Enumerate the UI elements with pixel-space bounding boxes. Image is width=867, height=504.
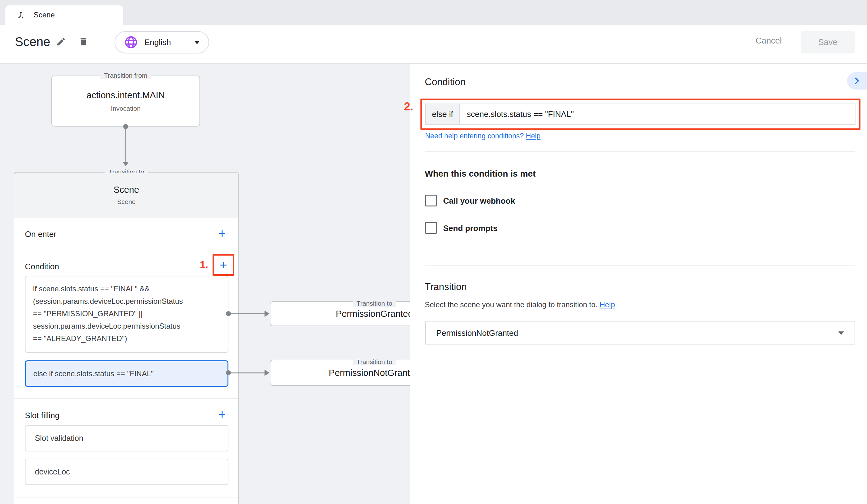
transition-scene-value: PermissionNotGranted [436,328,518,338]
connector-dot [226,311,231,316]
tab-scene[interactable]: Scene [5,5,123,25]
condition-heading: Condition [425,76,465,88]
intent-name: actions.intent.MAIN [86,90,164,100]
condition-item-if[interactable]: if scene.slots.status == "FINAL" && (ses… [25,276,228,353]
scene-card-header[interactable]: Scene Scene [14,173,238,218]
language-dropdown[interactable]: English [115,31,209,54]
transition-description: Select the scene you want the dialog to … [425,300,615,309]
annotation-1: 1. [187,259,208,271]
condition-item-else-if[interactable]: else if scene.slots.status == "FINAL" [25,360,228,387]
pencil-icon [56,37,66,47]
slot-deviceloc-item[interactable]: deviceLoc [25,459,228,485]
condition-help-link[interactable]: Help [526,132,540,140]
collapse-panel-button[interactable] [847,72,867,89]
scene-card-title: Scene [114,185,139,195]
edit-scene-button[interactable] [54,35,68,48]
arrow-right-icon [265,310,269,317]
connector-line [231,372,265,373]
cancel-button[interactable]: Cancel [750,36,787,46]
arrow-right-icon [265,370,269,376]
target-permission-not-granted[interactable]: Transition to PermissionNotGranted [270,360,410,386]
send-prompts-label: Send prompts [443,223,497,233]
section-divider [14,398,238,398]
caret-down-icon [838,331,844,335]
target-legend: Transition to [270,297,410,308]
panel-divider [425,265,855,265]
arrow-down-icon [122,162,129,166]
add-slot-button[interactable]: + [218,408,226,421]
save-button[interactable]: Save [801,31,855,54]
call-webhook-label: Call your webhook [443,196,515,206]
delete-scene-button[interactable] [77,35,90,48]
connector-dot [226,370,231,375]
slot-filling-label: Slot filling [25,411,60,420]
globe-icon [124,35,138,50]
when-met-heading: When this condition is met [425,169,536,179]
target-legend: Transition to [270,356,410,366]
on-enter-label: On enter [25,229,56,239]
call-webhook-checkbox[interactable] [425,195,437,207]
target-title: PermissionGranted [336,309,410,319]
chevron-right-icon [852,76,861,86]
condition-expression-input[interactable] [460,104,855,124]
tab-strip [0,0,867,25]
flow-canvas: Transition from actions.intent.MAIN Invo… [0,64,410,504]
connector-line [126,129,126,162]
transition-from-legend: Transition from [52,72,200,79]
connector-line [231,314,265,314]
send-prompts-checkbox[interactable] [425,222,437,234]
merge-icon [16,10,25,20]
target-title: PermissionNotGranted [329,368,410,378]
transition-scene-select[interactable]: PermissionNotGranted [425,321,855,344]
slot-validation-item[interactable]: Slot validation [25,425,228,451]
condition-help-line: Need help entering conditions? Help [425,132,540,140]
intent-type: Invocation [111,105,141,112]
page-title: Scene [15,35,50,49]
scene-card-subtitle: Scene [117,198,136,206]
annotation-2: 2. [395,100,413,113]
section-divider [14,497,238,497]
condition-input-group: else if [425,103,856,125]
section-divider [14,249,238,249]
transition-from-box[interactable]: Transition from actions.intent.MAIN Invo… [51,76,200,127]
transition-help-link[interactable]: Help [600,300,615,309]
else-if-label: else if [426,104,460,124]
tab-label: Scene [34,11,55,19]
trash-icon [78,37,88,47]
scene-card: Transition to Scene Scene On enter + Con… [14,172,239,504]
panel-divider [425,151,855,152]
connector-dot [123,124,128,129]
transition-heading: Transition [425,281,467,293]
add-on-enter-button[interactable]: + [218,227,226,240]
add-condition-button[interactable]: + [220,259,227,271]
caret-down-icon [194,41,200,44]
add-condition-highlight: + [213,254,234,276]
target-permission-granted[interactable]: Transition to PermissionGranted [270,301,410,326]
language-label: English [144,37,188,47]
condition-label: Condition [25,262,59,272]
